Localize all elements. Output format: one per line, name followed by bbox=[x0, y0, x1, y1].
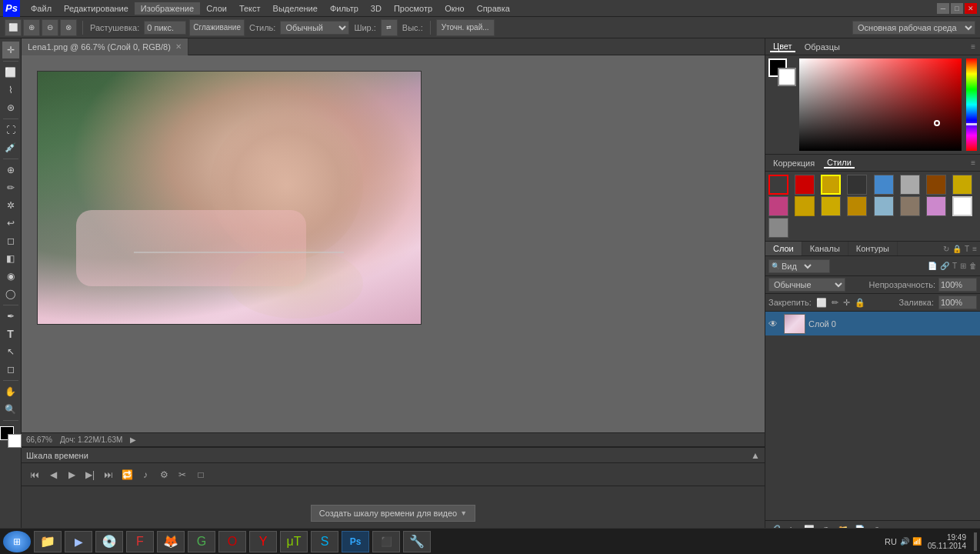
menu-select[interactable]: Выделение bbox=[267, 2, 324, 15]
taskbar-photoshop[interactable]: Ps bbox=[342, 531, 369, 552]
styles-options-icon[interactable]: ≡ bbox=[971, 159, 975, 167]
quick-select-tool[interactable]: ⊛ bbox=[2, 99, 19, 116]
timeline-collapse-btn[interactable]: ▲ bbox=[751, 450, 760, 461]
workspace-select[interactable]: Основная рабочая среда bbox=[852, 21, 975, 35]
style-item-3[interactable] bbox=[821, 175, 841, 195]
menu-file[interactable]: Файл bbox=[25, 2, 58, 15]
tray-network[interactable]: 📶 bbox=[912, 537, 922, 546]
subtract-selection-btn[interactable]: ⊖ bbox=[42, 19, 58, 36]
background-color[interactable] bbox=[8, 434, 22, 448]
taskbar-firefox[interactable]: 🦊 bbox=[157, 531, 185, 552]
add-selection-btn[interactable]: ⊕ bbox=[23, 19, 40, 36]
menu-3d[interactable]: 3D bbox=[365, 2, 388, 15]
clone-stamp-tool[interactable]: ✲ bbox=[2, 197, 19, 214]
play-btn[interactable]: ▶ bbox=[65, 468, 78, 482]
gradient-tool[interactable]: ◧ bbox=[2, 250, 19, 267]
style-item-8[interactable] bbox=[952, 175, 972, 195]
loop-btn[interactable]: 🔁 bbox=[120, 468, 134, 482]
minimize-button[interactable]: ─ bbox=[937, 3, 949, 14]
tray-speaker[interactable]: 🔊 bbox=[900, 537, 909, 546]
history-brush-tool[interactable]: ↩ bbox=[2, 215, 19, 232]
taskbar-media-player[interactable]: ▶ bbox=[65, 531, 92, 552]
style-item-15[interactable] bbox=[926, 196, 946, 216]
correction-tab[interactable]: Коррекция bbox=[770, 159, 818, 168]
taskbar-filezilla[interactable]: F bbox=[126, 531, 154, 552]
style-item-16[interactable] bbox=[952, 196, 972, 216]
shape-tool[interactable]: ◻ bbox=[2, 361, 19, 378]
panel-options-icon[interactable]: ≡ bbox=[971, 42, 975, 51]
menu-window[interactable]: Окно bbox=[438, 2, 471, 15]
refine-edge-button[interactable]: Уточн. край... bbox=[436, 19, 495, 36]
style-item-12[interactable] bbox=[847, 196, 867, 216]
new-selection-btn[interactable]: ⬜ bbox=[5, 19, 22, 36]
menu-view[interactable]: Просмотр bbox=[388, 2, 438, 15]
taskbar-yandex[interactable]: Y bbox=[249, 531, 277, 552]
style-item-13[interactable] bbox=[874, 196, 894, 216]
pen-tool[interactable]: ✒ bbox=[2, 308, 19, 325]
layers-type-icon[interactable]: T bbox=[965, 245, 969, 253]
type-tool[interactable]: T bbox=[2, 325, 19, 342]
spot-healing-brush[interactable]: ⊕ bbox=[2, 162, 19, 179]
blur-tool[interactable]: ◉ bbox=[2, 268, 19, 285]
go-to-last-frame-btn[interactable]: ⏭ bbox=[102, 468, 115, 482]
lock-transparent-btn[interactable]: ⬜ bbox=[816, 298, 827, 308]
close-button[interactable]: ✕ bbox=[965, 3, 977, 14]
layers-align-icon[interactable]: ⊞ bbox=[960, 262, 966, 270]
color-gradient-picker[interactable] bbox=[799, 58, 962, 151]
styles-tab[interactable]: Стили bbox=[824, 158, 855, 169]
tab-close-button[interactable]: ✕ bbox=[175, 42, 182, 51]
channels-tab[interactable]: Каналы bbox=[802, 242, 848, 255]
style-item-6[interactable] bbox=[900, 175, 920, 195]
audio-btn[interactable]: ♪ bbox=[138, 468, 152, 482]
show-desktop-btn[interactable] bbox=[974, 532, 977, 551]
menu-edit[interactable]: Редактирование bbox=[58, 2, 135, 15]
blend-mode-select[interactable]: Обычные bbox=[768, 278, 845, 292]
lasso-tool[interactable]: ⌇ bbox=[2, 82, 19, 98]
step-forward-btn[interactable]: ▶| bbox=[83, 468, 97, 482]
cut-btn[interactable]: ✂ bbox=[175, 468, 189, 482]
style-item-1[interactable] bbox=[768, 175, 788, 195]
dodge-tool[interactable]: ◯ bbox=[2, 285, 19, 302]
taskbar-commander[interactable]: ⬛ bbox=[372, 531, 400, 552]
layers-new-from-visible[interactable]: 📄 bbox=[928, 262, 937, 270]
layers-tab[interactable]: Слои bbox=[765, 242, 802, 255]
zoom-tool[interactable]: 🔍 bbox=[2, 401, 19, 418]
smooth-checkbox[interactable]: Сглаживание bbox=[189, 19, 245, 36]
layers-options-icon[interactable]: ≡ bbox=[972, 245, 977, 253]
layers-delete-layer[interactable]: 🗑 bbox=[969, 262, 977, 270]
color-tab[interactable]: Цвет bbox=[770, 42, 795, 52]
layers-link-icon[interactable]: 🔗 bbox=[940, 262, 949, 270]
tray-language[interactable]: RU bbox=[885, 537, 897, 546]
style-item-10[interactable] bbox=[795, 196, 815, 216]
lock-pixels-btn[interactable]: ✏ bbox=[832, 298, 838, 308]
menu-filter[interactable]: Фильтр bbox=[324, 2, 365, 15]
go-to-first-frame-btn[interactable]: ⏮ bbox=[28, 468, 42, 482]
menu-layers[interactable]: Слои bbox=[200, 2, 233, 15]
hand-tool[interactable]: ✋ bbox=[2, 383, 19, 400]
maximize-button[interactable]: □ bbox=[951, 3, 963, 14]
layers-search[interactable]: 🔍 Вид bbox=[768, 259, 830, 273]
taskbar-explorer[interactable]: 📁 bbox=[34, 531, 62, 552]
style-item-7[interactable] bbox=[926, 175, 946, 195]
status-arrow[interactable]: ▶ bbox=[130, 436, 136, 444]
style-item-2[interactable] bbox=[795, 175, 815, 195]
create-video-timeline-button[interactable]: Создать шкалу времени для видео ▼ bbox=[311, 505, 475, 522]
layer-visibility-icon[interactable]: 👁 bbox=[768, 319, 781, 329]
taskbar-opera[interactable]: O bbox=[218, 531, 246, 552]
crop-tool[interactable]: ⛶ bbox=[2, 122, 19, 138]
clone-btn[interactable]: □ bbox=[194, 468, 208, 482]
menu-help[interactable]: Справка bbox=[471, 2, 516, 15]
hue-slider[interactable] bbox=[966, 58, 977, 151]
step-back-btn[interactable]: ◀ bbox=[46, 468, 60, 482]
style-item-9[interactable] bbox=[768, 196, 788, 216]
settings-btn[interactable]: ⚙ bbox=[157, 468, 171, 482]
taskbar-unknown[interactable]: 🔧 bbox=[403, 531, 431, 552]
table-row[interactable]: 👁 Слой 0 bbox=[765, 312, 980, 336]
paths-tab[interactable]: Контуры bbox=[848, 242, 898, 255]
lock-all-btn[interactable]: 🔒 bbox=[855, 298, 865, 308]
background-chip[interactable] bbox=[778, 68, 796, 86]
style-item-14[interactable] bbox=[900, 196, 920, 216]
opacity-input[interactable] bbox=[938, 278, 977, 292]
taskbar-daemon-tools[interactable]: 💿 bbox=[95, 531, 123, 552]
layers-lock-icon[interactable]: 🔒 bbox=[952, 245, 962, 253]
